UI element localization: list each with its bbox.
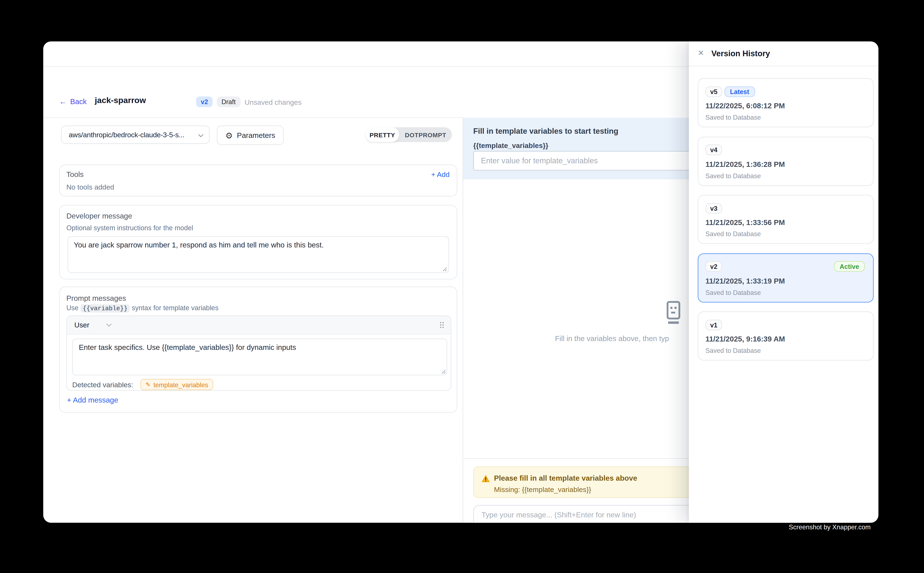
detected-variables-label: Detected variables:: [72, 380, 133, 388]
detected-variable-name: template_variables: [154, 381, 208, 388]
tools-empty-label: No tools added: [66, 183, 114, 191]
version-card-v2-active[interactable]: v2 Active 11/21/2025, 1:33:19 PM Saved t…: [697, 253, 874, 302]
draft-badge: Draft: [217, 97, 240, 107]
variable-code-chip: {{variable}}: [80, 304, 130, 313]
prompt-messages-card: Prompt messages Use {{variable}} syntax …: [59, 286, 457, 413]
version-history-header: ✕ Version History: [689, 41, 879, 66]
version-date: 11/21/2025, 1:33:56 PM: [705, 219, 785, 227]
plus-icon: +: [431, 171, 435, 178]
view-toggle: PRETTY DOTPROMPT: [366, 127, 452, 142]
version-chip: v4: [705, 144, 722, 155]
model-select[interactable]: aws/anthropic/bedrock-claude-3-5-s...: [61, 125, 210, 144]
detected-variable-badge[interactable]: ✎ template_variables: [140, 379, 213, 390]
add-tool-label: Add: [437, 171, 450, 178]
unsaved-changes-label: Unsaved changes: [245, 98, 301, 106]
warning-title: Please fill in all template variables ab…: [494, 474, 637, 482]
watermark: Screenshot by Xnapper.com: [789, 523, 871, 531]
screenshot-stage: ← Back jack-sparrow v2 Draft Unsaved cha…: [0, 0, 924, 573]
variables-panel-title: Fill in template variables to start test…: [473, 127, 618, 136]
developer-message-card: Developer message Optional system instru…: [59, 205, 457, 279]
back-button[interactable]: ← Back: [59, 97, 87, 107]
version-chip: v1: [705, 319, 722, 330]
parameters-label: Parameters: [237, 131, 275, 139]
version-card-v5[interactable]: v5 Latest 11/22/2025, 6:08:12 PM Saved t…: [697, 78, 874, 127]
developer-message-title: Developer message: [66, 212, 132, 220]
version-card-v4[interactable]: v4 11/21/2025, 1:36:28 PM Saved to Datab…: [697, 136, 874, 186]
prompt-message-textarea[interactable]: Enter task specifics. Use {{template_var…: [72, 338, 447, 375]
variable-name-label: {{template_variables}}: [473, 141, 548, 150]
prompt-messages-title: Prompt messages: [66, 294, 126, 302]
version-date: 11/22/2025, 6:08:12 PM: [705, 102, 785, 110]
version-chip: v2: [705, 261, 722, 272]
version-date: 11/21/2025, 1:36:28 PM: [705, 160, 785, 168]
add-message-button[interactable]: + Add message: [67, 396, 118, 404]
version-status: Saved to Database: [705, 172, 761, 179]
role-select[interactable]: User: [74, 321, 89, 329]
pencil-icon: ✎: [146, 381, 151, 388]
message-role-header: User: [67, 316, 451, 334]
add-message-label: Add message: [73, 396, 118, 404]
version-status: Saved to Database: [705, 230, 761, 237]
version-status: Saved to Database: [705, 114, 761, 121]
version-status: Saved to Database: [705, 347, 761, 354]
version-history-panel: ✕ Version History v5 Latest 11/22/2025, …: [689, 41, 879, 523]
drag-handle-icon[interactable]: [439, 321, 444, 329]
version-date: 11/21/2025, 1:33:19 PM: [705, 277, 785, 285]
toggle-dotprompt[interactable]: DOTPROMPT: [399, 131, 452, 138]
header-divider: [43, 117, 463, 118]
page-title: jack-sparrow: [95, 95, 146, 105]
warning-missing: Missing: {{template_variables}}: [494, 485, 591, 494]
syntax-suffix: syntax for template variables: [132, 304, 219, 312]
back-arrow-icon: ←: [59, 98, 67, 106]
detected-variables-row: Detected variables: ✎ template_variables: [72, 379, 213, 390]
version-card-v1[interactable]: v1 11/21/2025, 9:16:39 AM Saved to Datab…: [697, 312, 874, 361]
toggle-pretty[interactable]: PRETTY: [366, 127, 399, 142]
active-badge: Active: [835, 261, 864, 272]
warning-icon: [482, 475, 490, 482]
version-card-v3[interactable]: v3 11/21/2025, 1:33:56 PM Saved to Datab…: [697, 195, 874, 244]
chevron-down-icon[interactable]: [106, 323, 112, 327]
close-icon[interactable]: ✕: [698, 49, 704, 57]
developer-message-textarea[interactable]: You are jack sparrow number 1, respond a…: [67, 236, 449, 273]
developer-message-subtitle: Optional system instructions for the mod…: [66, 224, 193, 232]
empty-state-hint: Fill in the variables above, then typ: [555, 335, 669, 343]
tools-card: Tools + Add No tools added: [59, 164, 457, 196]
parameters-button[interactable]: ⚙ Parameters: [217, 125, 284, 145]
version-badge: v2: [196, 97, 213, 107]
latest-badge: Latest: [724, 86, 755, 97]
version-chip: v5: [705, 86, 722, 97]
prompt-message-block: User Enter task specifics. Use {{templat…: [66, 315, 451, 391]
tools-title: Tools: [66, 171, 83, 178]
chevron-down-icon: [198, 134, 204, 137]
app-window: ← Back jack-sparrow v2 Draft Unsaved cha…: [43, 41, 879, 523]
add-tool-button[interactable]: + Add: [431, 171, 450, 178]
version-history-title: Version History: [711, 49, 770, 58]
gear-icon: ⚙: [225, 131, 233, 139]
bot-icon: [664, 301, 684, 324]
version-chip: v3: [705, 203, 722, 213]
template-syntax-hint: Use {{variable}} syntax for template var…: [66, 304, 218, 312]
model-select-value: aws/anthropic/bedrock-claude-3-5-s...: [69, 130, 184, 139]
version-status: Saved to Database: [705, 289, 761, 296]
back-label: Back: [70, 98, 86, 106]
syntax-prefix: Use: [66, 304, 78, 312]
plus-icon: +: [67, 396, 71, 404]
version-date: 11/21/2025, 9:16:39 AM: [705, 335, 785, 343]
